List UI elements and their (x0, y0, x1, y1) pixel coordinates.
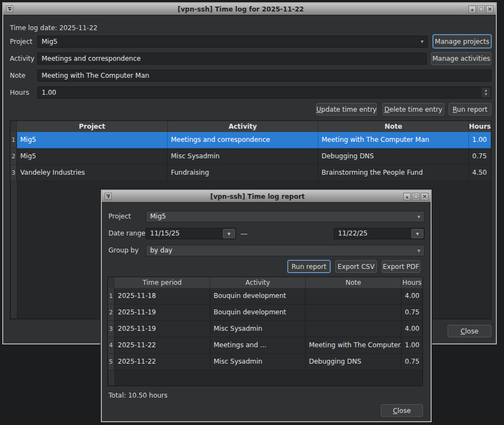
close-icon[interactable]: × (421, 193, 428, 200)
note-label: Note (10, 70, 25, 82)
date-end-picker[interactable]: 11/22/25 ▾ (334, 228, 425, 239)
group-by-combobox[interactable]: by day ▾ (146, 245, 425, 256)
dialog-titlebar[interactable]: [vpn-ssh] Time log report ▴ □ × (102, 191, 431, 203)
project-combobox[interactable]: Mig5 ▾ (37, 36, 428, 48)
cell-hours[interactable]: 4.50 (469, 165, 491, 181)
report-table: Time period Activity Note Hours 1 2025-1… (107, 277, 423, 386)
note-input[interactable]: Meeting with The Computer Man (37, 70, 491, 82)
row-number: 3 (10, 165, 17, 181)
cell-hours[interactable]: 0.75 (469, 148, 491, 165)
chevron-down-icon: ▾ (417, 245, 420, 256)
hours-spinbox[interactable]: 1.00 ▴ ▾ (37, 87, 491, 99)
date-start-picker[interactable]: 11/15/25 ▾ (146, 228, 236, 239)
run-report-button[interactable]: Run report (449, 103, 491, 116)
update-time-entry-button[interactable]: Update time entry (316, 103, 377, 116)
export-pdf-button[interactable]: Export PDF (382, 260, 420, 273)
cell-period[interactable]: 2025-11-18 (114, 288, 210, 305)
report-row[interactable]: 5 2025-11-22 Misc Sysadmin Debugging DNS… (108, 354, 422, 370)
cell-hours[interactable]: 4.00 (402, 321, 422, 337)
cell-note[interactable] (306, 321, 402, 337)
cell-note[interactable]: Meeting with The Computer... (306, 337, 402, 354)
window-menu-icon[interactable] (6, 5, 13, 13)
table-row[interactable]: 3 Vandeley Industries Fundraising Brains… (10, 165, 491, 181)
cell-activity[interactable]: Misc Sysadmin (168, 148, 318, 165)
cell-activity[interactable]: Misc Sysadmin (210, 354, 306, 370)
column-header-activity: Activity (168, 121, 318, 132)
main-titlebar[interactable]: [vpn-ssh] Time log for 2025-11-22 ▴ □ × (3, 3, 496, 15)
maximize-icon[interactable]: □ (412, 193, 420, 200)
column-header-activity: Activity (210, 277, 306, 288)
cell-note[interactable]: Brainstorming the People Fund (318, 165, 469, 181)
manage-projects-button[interactable]: Manage projects (433, 35, 491, 48)
cell-note[interactable] (306, 288, 402, 305)
cell-project[interactable]: Mig5 (17, 132, 168, 148)
report-row[interactable]: 2 2025-11-19 Bouquin development 0.75 (108, 305, 422, 321)
cell-note[interactable]: Meeting with The Computer Man (318, 132, 469, 148)
row-number: 2 (108, 305, 114, 321)
delete-time-entry-button[interactable]: Delete time entry (382, 103, 444, 116)
date-start-value: 11/15/25 (150, 229, 180, 237)
cell-activity[interactable]: Meetings and ... (210, 337, 306, 354)
shade-icon[interactable]: ▴ (403, 193, 411, 200)
calendar-dropdown-icon[interactable]: ▾ (223, 229, 235, 238)
cell-hours[interactable]: 0.75 (402, 305, 422, 321)
cell-project[interactable]: Vandeley Industries (17, 165, 168, 181)
cell-note[interactable]: Debugging DNS (318, 148, 469, 165)
row-number: 2 (10, 148, 17, 165)
cell-hours[interactable]: 4.00 (402, 288, 422, 305)
table-row[interactable]: 2 Mig5 Misc Sysadmin Debugging DNS 0.75 (10, 148, 491, 165)
cell-hours[interactable]: 1.00 (469, 132, 491, 148)
cell-period[interactable]: 2025-11-22 (114, 337, 210, 354)
chevron-down-icon: ▾ (417, 211, 420, 222)
cell-hours[interactable]: 1.00 (402, 337, 422, 354)
cell-activity[interactable]: Misc Sysadmin (210, 321, 306, 337)
spin-down-icon[interactable]: ▾ (485, 93, 487, 96)
cell-period[interactable]: 2025-11-22 (114, 354, 210, 370)
maximize-icon[interactable]: □ (477, 5, 485, 13)
time-log-date-label: Time log date: 2025-11-22 (10, 22, 98, 34)
calendar-dropdown-icon[interactable]: ▾ (411, 229, 423, 238)
cell-activity[interactable]: Bouquin development (210, 305, 306, 321)
group-by-value: by day (150, 246, 173, 254)
row-header-strip (108, 370, 115, 385)
column-header-note: Note (306, 277, 402, 288)
column-header-hours: Hours (402, 277, 422, 288)
cell-period[interactable]: 2025-11-19 (114, 321, 210, 337)
cell-activity[interactable]: Meetings and correspondence (168, 132, 318, 148)
cell-period[interactable]: 2025-11-19 (114, 305, 210, 321)
dialog-title: [vpn-ssh] Time log report (112, 193, 403, 200)
date-range-label: Date range (108, 228, 145, 239)
report-row[interactable]: 3 2025-11-19 Misc Sysadmin 4.00 (108, 321, 422, 337)
project-combobox-value: Mig5 (42, 38, 58, 45)
export-csv-button[interactable]: Export CSV (335, 260, 377, 273)
group-by-label: Group by (108, 245, 139, 256)
row-number: 5 (108, 354, 114, 370)
report-row[interactable]: 1 2025-11-18 Bouquin development 4.00 (108, 288, 422, 305)
cell-project[interactable]: Mig5 (17, 148, 168, 165)
activity-input[interactable]: Meetings and correspondence (37, 53, 427, 65)
column-header-hours: Hours (469, 121, 491, 132)
main-close-button[interactable]: Close (448, 325, 491, 337)
cell-note[interactable] (306, 305, 402, 321)
spinner-arrows[interactable]: ▴ ▾ (482, 88, 490, 97)
dialog-close-button[interactable]: Close (381, 404, 423, 417)
dialog-project-combobox[interactable]: Mig5 ▾ (146, 211, 425, 222)
window-menu-icon[interactable] (105, 193, 112, 200)
cell-activity[interactable]: Fundraising (168, 165, 318, 181)
shade-icon[interactable]: ▴ (468, 5, 476, 13)
activity-input-value: Meetings and correspondence (42, 55, 141, 62)
cell-activity[interactable]: Bouquin development (210, 288, 306, 305)
cell-hours[interactable]: 0.75 (402, 354, 422, 370)
hours-spinbox-value: 1.00 (42, 89, 56, 96)
dialog-run-report-button[interactable]: Run report (288, 260, 330, 273)
row-number: 1 (10, 132, 17, 148)
table-row[interactable]: 1 Mig5 Meetings and correspondence Meeti… (10, 132, 491, 148)
dialog-project-value: Mig5 (150, 213, 166, 220)
dialog-project-label: Project (108, 211, 131, 222)
cell-note[interactable]: Debugging DNS (306, 354, 402, 370)
note-input-value: Meeting with The Computer Man (42, 72, 149, 79)
manage-activities-button[interactable]: Manage activities (431, 52, 491, 65)
report-table-header: Time period Activity Note Hours (108, 277, 422, 288)
close-icon[interactable]: × (486, 5, 494, 13)
report-row[interactable]: 4 2025-11-22 Meetings and ... Meeting wi… (108, 337, 422, 354)
